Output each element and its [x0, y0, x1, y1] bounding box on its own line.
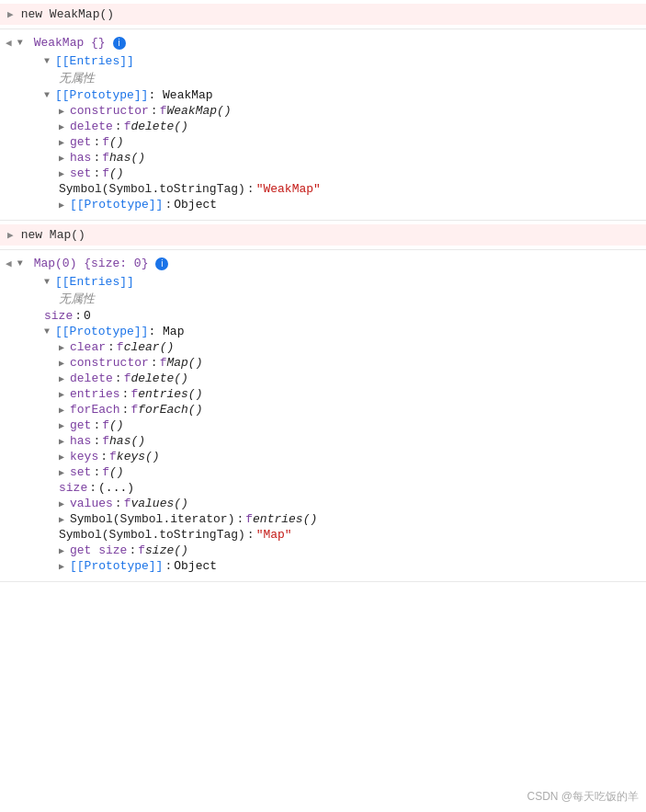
output-header-row: ◀WeakMap {}i — [0, 33, 646, 51]
row-content: 无属性 — [59, 291, 95, 307]
expand-icon[interactable] — [44, 56, 55, 66]
row-content: forEach: f forEach() — [59, 403, 202, 417]
console-input-header[interactable]: new Map() — [0, 224, 646, 246]
row-content: entries: f entries() — [59, 387, 202, 401]
console-input-header[interactable]: new WeakMap() — [0, 4, 646, 25]
tree-row: entries: f entries() — [0, 386, 646, 402]
expandable-row: [[Entries]] — [0, 274, 646, 290]
row-content: 无属性 — [59, 70, 95, 86]
tree-container: [[Entries]]无属性[[Prototype]]: WeakMapcons… — [0, 51, 646, 216]
row-content: [[Entries]] — [44, 275, 134, 289]
output-left-arrow: ◀ — [6, 257, 12, 269]
output-label: Map(0) {size: 0} — [34, 257, 149, 270]
expand-icon[interactable] — [59, 168, 70, 179]
expand-icon[interactable] — [59, 389, 70, 400]
row-content: size: 0 — [44, 309, 91, 323]
tree-row: size: 0 — [0, 308, 646, 324]
tree-row: 无属性 — [0, 290, 646, 308]
expand-icon[interactable] — [59, 420, 70, 431]
output-left-arrow: ◀ — [6, 37, 12, 49]
info-badge[interactable]: i — [113, 37, 126, 50]
tree-row: forEach: f forEach() — [0, 402, 646, 417]
expand-icon[interactable] — [44, 277, 55, 287]
expand-icon[interactable] — [59, 514, 70, 525]
tree-row: constructor: f WeakMap() — [0, 103, 646, 119]
expand-icon[interactable] — [59, 121, 70, 132]
output-header-row: ◀Map(0) {size: 0}i — [0, 254, 646, 272]
expand-icon[interactable] — [59, 467, 70, 478]
row-content: get: f () — [59, 418, 124, 432]
console-section: new WeakMap() — [0, 0, 646, 29]
tree-row: has: f has() — [0, 433, 646, 449]
row-content: constructor: f WeakMap() — [59, 104, 232, 118]
expand-icon[interactable] — [59, 561, 70, 572]
console-section: ◀Map(0) {size: 0}i[[Entries]]无属性size: 0[… — [0, 250, 646, 582]
row-content: set: f () — [59, 465, 124, 479]
tree-row: has: f has() — [0, 150, 646, 166]
row-content: [[Prototype]]: Object — [59, 559, 217, 573]
row-content: has: f has() — [59, 434, 145, 448]
tree-row: Symbol(Symbol.toStringTag): "WeakMap" — [0, 181, 646, 197]
tree-row: delete: f delete() — [0, 371, 646, 386]
expand-icon[interactable] — [59, 200, 70, 211]
row-content: set: f () — [59, 166, 124, 180]
expand-icon[interactable] — [59, 137, 70, 148]
console-input-text: new Map() — [21, 228, 85, 242]
tree-row: clear: f clear() — [0, 339, 646, 355]
tree-row: [[Prototype]]: Object — [0, 558, 646, 574]
tree-row: keys: f keys() — [0, 449, 646, 464]
row-content: [[Prototype]]: Object — [59, 198, 217, 212]
entry-key: [[Entries]] — [55, 54, 134, 68]
expand-icon[interactable] — [44, 326, 55, 337]
expandable-row: [[Prototype]]: Map — [0, 324, 646, 339]
expand-icon[interactable] — [59, 358, 70, 369]
row-content: constructor: f Map() — [59, 356, 202, 370]
main-expand-icon[interactable] — [17, 258, 28, 269]
row-content: [[Prototype]]: WeakMap — [44, 88, 213, 102]
console-section: new Map() — [0, 221, 646, 250]
row-content: clear: f clear() — [59, 340, 174, 354]
tree-row: get size: f size() — [0, 543, 646, 558]
expand-icon[interactable] — [59, 373, 70, 384]
row-content: keys: f keys() — [59, 450, 160, 463]
tree-row: set: f () — [0, 166, 646, 181]
row-content: [[Entries]] — [44, 54, 134, 68]
expand-icon[interactable] — [59, 405, 70, 416]
tree-row: values: f values() — [0, 496, 646, 511]
row-content: get: f () — [59, 135, 124, 149]
row-content: Symbol(Symbol.toStringTag): "WeakMap" — [59, 182, 321, 196]
expand-icon[interactable] — [44, 90, 55, 100]
row-content: [[Prototype]]: Map — [44, 325, 184, 338]
row-content: get size: f size() — [59, 543, 188, 557]
info-badge[interactable]: i — [155, 257, 168, 270]
expand-icon[interactable] — [59, 106, 70, 117]
collapse-arrow — [7, 229, 14, 241]
expandable-row: [[Prototype]]: WeakMap — [0, 87, 646, 103]
expand-icon[interactable] — [59, 342, 70, 353]
collapse-arrow — [7, 8, 14, 20]
tree-row: get: f () — [0, 417, 646, 433]
row-content: size: (...) — [59, 481, 134, 495]
tree-row: 无属性 — [0, 69, 646, 87]
expand-icon[interactable] — [59, 545, 70, 556]
tree-container: [[Entries]]无属性size: 0[[Prototype]]: Mapc… — [0, 272, 646, 578]
output-label: WeakMap {} — [34, 36, 106, 50]
watermark: CSDN @每天吃饭的羊 — [527, 789, 639, 805]
entry-key: [[Entries]] — [55, 275, 134, 289]
tree-row: get: f () — [0, 134, 646, 150]
tree-row: Symbol(Symbol.iterator): f entries() — [0, 511, 646, 527]
row-content: delete: f delete() — [59, 120, 188, 133]
row-content: Symbol(Symbol.toStringTag): "Map" — [59, 528, 292, 542]
tree-row: [[Prototype]]: Object — [0, 197, 646, 212]
tree-row: delete: f delete() — [0, 119, 646, 134]
main-expand-icon[interactable] — [17, 38, 28, 48]
expand-icon[interactable] — [59, 436, 70, 447]
row-content: delete: f delete() — [59, 372, 188, 385]
expand-icon[interactable] — [59, 153, 70, 164]
entry-key: [[Prototype]] — [55, 325, 148, 338]
tree-row: constructor: f Map() — [0, 355, 646, 371]
tree-row: set: f () — [0, 464, 646, 480]
expand-icon[interactable] — [59, 498, 70, 509]
expand-icon[interactable] — [59, 452, 70, 463]
row-content: values: f values() — [59, 497, 188, 510]
